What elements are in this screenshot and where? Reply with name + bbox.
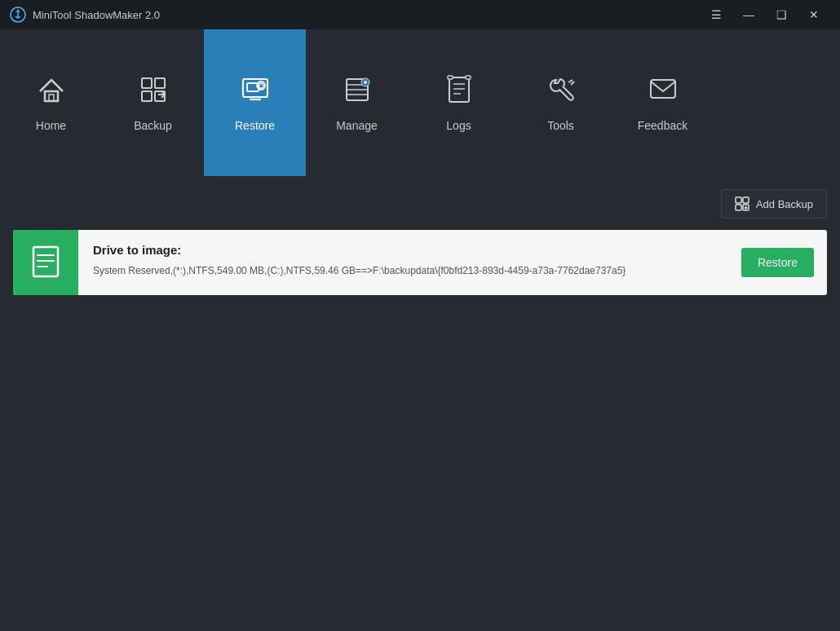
nav-item-tools[interactable]: Tools <box>510 29 612 176</box>
backup-card-icon-area <box>13 230 78 295</box>
nav-label-home: Home <box>36 119 66 132</box>
manage-icon <box>341 73 374 111</box>
add-backup-button[interactable]: Add Backup <box>721 189 827 218</box>
app-logo-icon <box>10 7 26 23</box>
logs-icon <box>443 73 475 111</box>
svg-rect-22 <box>448 76 453 79</box>
restore-icon <box>239 73 272 111</box>
backup-icon <box>137 73 170 111</box>
tools-icon <box>545 73 577 111</box>
svg-rect-27 <box>736 197 741 203</box>
home-icon <box>35 73 68 111</box>
backup-card: Drive to image: System Reserved,(*:),NTF… <box>13 230 827 295</box>
menu-button[interactable]: ☰ <box>700 0 732 29</box>
nav-item-home[interactable]: Home <box>0 29 102 176</box>
minimize-button[interactable]: — <box>732 0 765 29</box>
nav-label-logs: Logs <box>446 119 471 132</box>
app-title: MiniTool ShadowMaker 2.0 <box>33 9 160 21</box>
svg-rect-29 <box>736 205 741 210</box>
svg-rect-33 <box>33 247 58 276</box>
drive-to-image-icon <box>29 244 63 281</box>
nav-item-feedback[interactable]: Feedback <box>612 29 714 176</box>
nav-item-manage[interactable]: Manage <box>306 29 408 176</box>
nav-label-backup: Backup <box>134 119 172 132</box>
close-button[interactable]: ✕ <box>798 0 830 29</box>
nav-label-manage: Manage <box>336 119 378 132</box>
content-area: Add Backup Drive to image: System Reserv… <box>0 176 840 631</box>
restore-button[interactable]: ❑ <box>765 0 798 29</box>
window-controls: ☰ — ❑ ✕ <box>700 0 830 29</box>
nav-item-backup[interactable]: Backup <box>102 29 204 176</box>
title-bar: MiniTool ShadowMaker 2.0 ☰ — ❑ ✕ <box>0 0 840 29</box>
nav-item-restore[interactable]: Restore <box>204 29 306 176</box>
toolbar: Add Backup <box>13 189 827 218</box>
svg-rect-23 <box>466 76 471 79</box>
title-bar-left: MiniTool ShadowMaker 2.0 <box>10 7 160 23</box>
svg-rect-3 <box>142 78 152 88</box>
nav-item-logs[interactable]: Logs <box>408 29 510 176</box>
nav-label-feedback: Feedback <box>638 119 687 132</box>
svg-rect-26 <box>651 80 675 98</box>
backup-card-description: System Reserved,(*:),NTFS,549.00 MB,(C:)… <box>93 263 714 278</box>
add-backup-icon <box>735 196 749 211</box>
backup-card-title: Drive to image: <box>93 243 714 257</box>
nav-bar: Home Backup Restore <box>0 29 840 176</box>
svg-line-25 <box>571 82 574 85</box>
svg-rect-18 <box>449 77 469 102</box>
svg-rect-1 <box>45 91 58 101</box>
feedback-icon <box>647 73 679 111</box>
nav-label-restore: Restore <box>235 119 275 132</box>
restore-button[interactable]: Restore <box>741 248 814 277</box>
svg-rect-4 <box>155 78 165 88</box>
svg-rect-28 <box>743 197 749 203</box>
svg-line-24 <box>568 80 573 82</box>
backup-card-action: Restore <box>728 230 827 295</box>
nav-label-tools: Tools <box>547 119 574 132</box>
svg-rect-5 <box>142 91 152 101</box>
backup-card-body: Drive to image: System Reserved,(*:),NTF… <box>78 230 728 295</box>
